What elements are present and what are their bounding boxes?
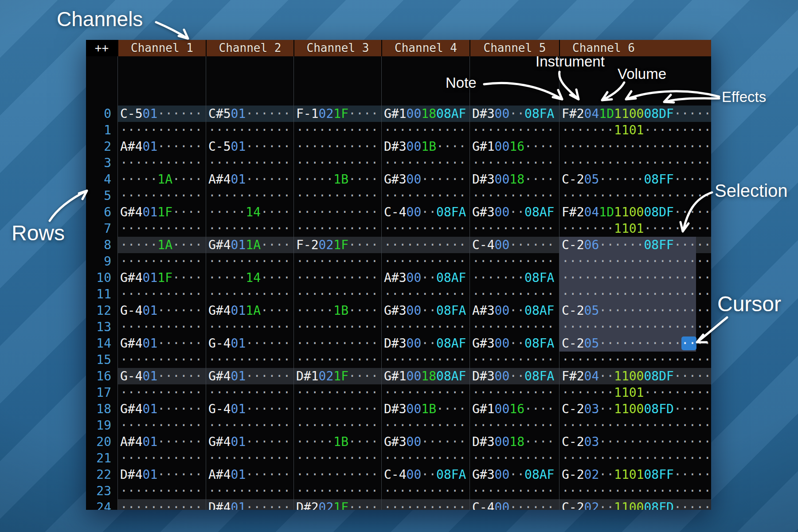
cell-r17-ch1[interactable]: ··········· <box>117 384 206 401</box>
cell-r15-ch1[interactable]: ··········· <box>117 352 206 368</box>
cell-r9-ch2[interactable]: ··········· <box>206 253 293 270</box>
cell-r11-ch2[interactable]: ··········· <box>206 286 293 302</box>
cell-r20-ch5[interactable]: D#30018···· <box>469 434 559 450</box>
cell-r8-ch1[interactable]: ·····1A···· <box>117 237 206 253</box>
cell-r19-ch2[interactable]: ··········· <box>206 417 293 434</box>
cell-r24-ch4[interactable]: ··········· <box>381 499 469 510</box>
cell-r14-ch3[interactable]: ··········· <box>293 335 381 352</box>
cell-r5-ch5[interactable]: ··········· <box>469 188 559 204</box>
cell-r0-ch2[interactable]: C#501······ <box>206 106 293 122</box>
cell-r13-ch1[interactable]: ··········· <box>117 319 206 335</box>
row-number[interactable]: 16 <box>86 368 117 384</box>
cell-r0-ch4[interactable]: G#1001808AF <box>381 106 469 122</box>
cell-r2-ch6[interactable]: ···················· <box>559 138 711 155</box>
cell-r6-ch3[interactable]: ··········· <box>293 204 381 220</box>
cell-r16-ch2[interactable]: G#401······ <box>206 368 293 384</box>
cell-r10-ch4[interactable]: A#300··08AF <box>381 270 469 286</box>
cell-r8-ch5[interactable]: C-400······ <box>469 237 559 253</box>
cell-r14-ch2[interactable]: G-401······ <box>206 335 293 352</box>
cell-r16-ch1[interactable]: G-401······ <box>117 368 206 384</box>
cell-r9-ch3[interactable]: ··········· <box>293 253 381 270</box>
cell-r5-ch1[interactable]: ··········· <box>117 188 206 204</box>
cell-r21-ch4[interactable]: ··········· <box>381 450 469 466</box>
cell-r11-ch3[interactable]: ··········· <box>293 286 381 302</box>
cell-r0-ch1[interactable]: C-501······ <box>117 106 206 122</box>
row-number[interactable]: 18 <box>86 401 117 417</box>
cell-r20-ch6[interactable]: C-203··············· <box>559 434 711 450</box>
row-number[interactable]: 14 <box>86 335 117 352</box>
cell-r5-ch6[interactable]: ···················· <box>559 188 711 204</box>
row-number[interactable]: 15 <box>86 352 117 368</box>
cell-r10-ch1[interactable]: G#4011F···· <box>117 270 206 286</box>
cell-r13-ch6[interactable]: ···················· <box>559 319 711 335</box>
cell-r7-ch2[interactable]: ··········· <box>206 220 293 237</box>
cell-r4-ch5[interactable]: D#30018···· <box>469 171 559 188</box>
cell-r16-ch3[interactable]: D#1021F···· <box>293 368 381 384</box>
cell-r17-ch4[interactable]: ··········· <box>381 384 469 401</box>
cell-r11-ch1[interactable]: ··········· <box>117 286 206 302</box>
row-number[interactable]: 23 <box>86 483 117 499</box>
cell-r6-ch1[interactable]: G#4011F···· <box>117 204 206 220</box>
cell-r24-ch1[interactable]: ··········· <box>117 499 206 510</box>
cell-r0-ch5[interactable]: D#300··08FA <box>469 106 559 122</box>
cell-r19-ch3[interactable]: ··········· <box>293 417 381 434</box>
cell-r22-ch4[interactable]: C-400··08FA <box>381 466 469 483</box>
cell-r14-ch6[interactable]: C-205··············· <box>559 335 711 352</box>
cell-r3-ch5[interactable]: ··········· <box>469 155 559 171</box>
header-corner-cell[interactable]: ++ <box>86 40 117 56</box>
cell-r3-ch1[interactable]: ··········· <box>117 155 206 171</box>
cell-r13-ch4[interactable]: ··········· <box>381 319 469 335</box>
row-number[interactable]: 7 <box>86 220 117 237</box>
cell-r8-ch6[interactable]: C-206······08FF····· <box>559 237 711 253</box>
cell-r7-ch6[interactable]: ·······1101········· <box>559 220 711 237</box>
row-number[interactable]: 17 <box>86 384 117 401</box>
cell-r24-ch6[interactable]: C-202··110008FD····· <box>559 499 711 510</box>
cell-r15-ch5[interactable]: ··········· <box>469 352 559 368</box>
cell-r17-ch2[interactable]: ··········· <box>206 384 293 401</box>
cell-r1-ch1[interactable]: ··········· <box>117 122 206 138</box>
cell-r15-ch2[interactable]: ··········· <box>206 352 293 368</box>
cell-r11-ch5[interactable]: ··········· <box>469 286 559 302</box>
cell-r8-ch4[interactable]: ··········· <box>381 237 469 253</box>
row-number[interactable]: 9 <box>86 253 117 270</box>
cell-r22-ch5[interactable]: G#300··08AF <box>469 466 559 483</box>
cell-r10-ch6[interactable]: ···················· <box>559 270 711 286</box>
cell-r13-ch2[interactable]: ··········· <box>206 319 293 335</box>
channel-header-4[interactable]: Channel 4 <box>381 40 469 56</box>
cell-r21-ch3[interactable]: ··········· <box>293 450 381 466</box>
cell-r17-ch6[interactable]: ·······1101········· <box>559 384 711 401</box>
channel-header-1[interactable]: Channel 1 <box>117 40 206 56</box>
channel-header-2[interactable]: Channel 2 <box>206 40 293 56</box>
cell-r15-ch4[interactable]: ··········· <box>381 352 469 368</box>
row-number[interactable]: 22 <box>86 466 117 483</box>
cell-r4-ch2[interactable]: A#401······ <box>206 171 293 188</box>
cell-r9-ch6[interactable]: ···················· <box>559 253 711 270</box>
cell-r2-ch2[interactable]: C-501······ <box>206 138 293 155</box>
row-number[interactable]: 8 <box>86 237 117 253</box>
cell-r7-ch1[interactable]: ··········· <box>117 220 206 237</box>
cell-r21-ch1[interactable]: ··········· <box>117 450 206 466</box>
row-number[interactable]: 6 <box>86 204 117 220</box>
cell-r0-ch6[interactable]: F#2041D110008DF····· <box>559 106 711 122</box>
cell-r15-ch6[interactable]: ···················· <box>559 352 711 368</box>
cell-r10-ch3[interactable]: ··········· <box>293 270 381 286</box>
cell-r2-ch3[interactable]: ··········· <box>293 138 381 155</box>
cell-r9-ch5[interactable]: ··········· <box>469 253 559 270</box>
cell-r14-ch4[interactable]: D#300··08AF <box>381 335 469 352</box>
cell-r6-ch5[interactable]: G#300··08AF <box>469 204 559 220</box>
cell-r15-ch3[interactable]: ··········· <box>293 352 381 368</box>
cell-r23-ch3[interactable]: ··········· <box>293 483 381 499</box>
cell-r12-ch3[interactable]: ·····1B···· <box>293 302 381 319</box>
cell-r16-ch5[interactable]: D#300··08FA <box>469 368 559 384</box>
cell-r8-ch3[interactable]: F-2021F···· <box>293 237 381 253</box>
cell-r21-ch2[interactable]: ··········· <box>206 450 293 466</box>
cell-r12-ch1[interactable]: G-401······ <box>117 302 206 319</box>
cell-r1-ch2[interactable]: ··········· <box>206 122 293 138</box>
cell-r22-ch3[interactable]: ··········· <box>293 466 381 483</box>
cell-r1-ch3[interactable]: ··········· <box>293 122 381 138</box>
cell-r12-ch2[interactable]: G#4011A···· <box>206 302 293 319</box>
cell-r13-ch3[interactable]: ··········· <box>293 319 381 335</box>
cell-r12-ch4[interactable]: G#300··08FA <box>381 302 469 319</box>
cell-r10-ch5[interactable]: ·······08FA <box>469 270 559 286</box>
cell-r20-ch1[interactable]: A#401······ <box>117 434 206 450</box>
